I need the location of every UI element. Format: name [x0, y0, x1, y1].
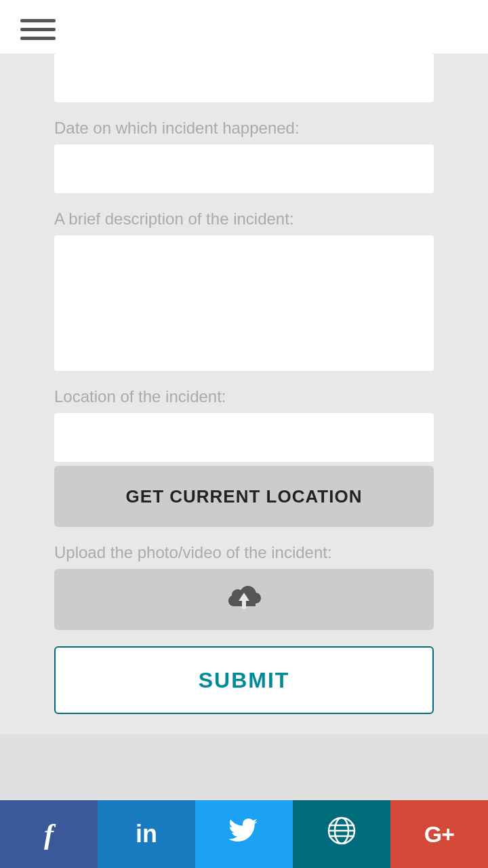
menu-button[interactable] — [20, 19, 56, 40]
facebook-button[interactable]: f — [0, 800, 98, 868]
date-input[interactable] — [54, 144, 434, 193]
main-content: Date on which incident happened: A brief… — [0, 54, 488, 734]
hamburger-line-2 — [20, 28, 56, 31]
hamburger-line-3 — [20, 37, 56, 40]
linkedin-button[interactable]: in — [98, 800, 195, 868]
get-location-button[interactable]: GET CURRENT LOCATION — [54, 466, 434, 527]
facebook-icon: f — [44, 818, 54, 850]
globe-button[interactable] — [293, 800, 390, 868]
googleplus-icon: G+ — [424, 821, 454, 848]
upload-area[interactable] — [54, 569, 434, 630]
social-footer: f in G+ — [0, 800, 488, 868]
header — [0, 0, 488, 54]
googleplus-button[interactable]: G+ — [390, 800, 488, 868]
description-label: A brief description of the incident: — [54, 210, 434, 229]
location-label: Location of the incident: — [54, 387, 434, 406]
hamburger-line-1 — [20, 19, 56, 22]
linkedin-icon: in — [136, 820, 157, 848]
twitter-icon — [228, 814, 260, 854]
field1-input[interactable] — [54, 54, 434, 102]
location-input[interactable] — [54, 413, 434, 462]
twitter-button[interactable] — [195, 800, 293, 868]
globe-icon — [325, 814, 358, 854]
date-label: Date on which incident happened: — [54, 119, 434, 138]
upload-label: Upload the photo/video of the incident: — [54, 543, 434, 562]
submit-button[interactable]: SUBMIT — [54, 646, 434, 714]
upload-icon — [224, 578, 264, 621]
description-input[interactable] — [54, 235, 434, 371]
